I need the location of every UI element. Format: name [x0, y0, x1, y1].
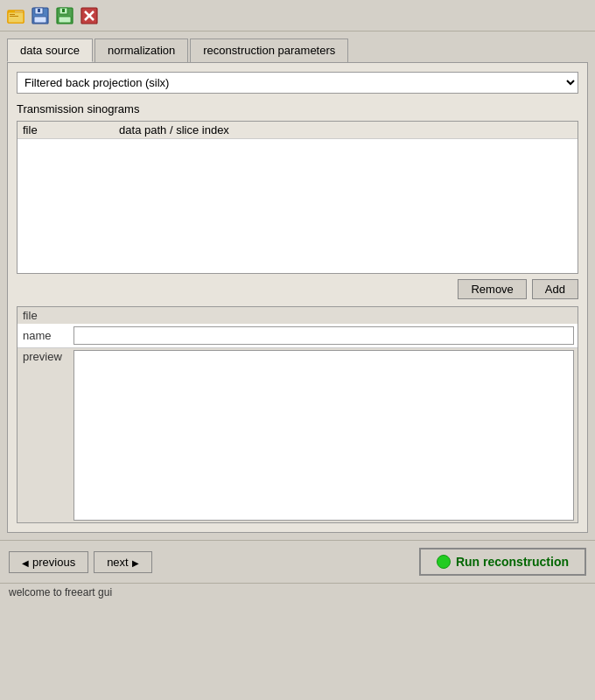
algorithm-select[interactable]: Filtered back projection (silx) SART CGL… [17, 72, 578, 94]
previous-button[interactable]: previous [9, 551, 88, 573]
panel: Filtered back projection (silx) SART CGL… [7, 62, 588, 533]
file-info-section: file name preview [17, 306, 578, 523]
svg-rect-4 [10, 16, 18, 17]
svg-rect-11 [62, 9, 65, 12]
status-bar: welcome to freeart gui [0, 583, 595, 601]
preview-row: preview [18, 348, 578, 522]
toolbar [0, 0, 595, 32]
tab-data-source[interactable]: data source [7, 38, 93, 62]
run-icon [437, 555, 451, 569]
tab-bar: data source normalization reconstruction… [7, 38, 588, 62]
run-reconstruction-button[interactable]: Run reconstruction [419, 548, 586, 576]
nav-buttons: previous next [9, 551, 152, 573]
section-label: Transmission sinograms [17, 102, 578, 116]
svg-rect-2 [8, 12, 24, 23]
add-button[interactable]: Add [532, 279, 578, 299]
name-row: name [18, 324, 578, 348]
save-icon[interactable] [30, 5, 51, 26]
remove-button[interactable]: Remove [458, 279, 526, 299]
col-data-path: data path / slice index [114, 122, 578, 139]
name-input[interactable] [74, 326, 574, 345]
preview-area [74, 350, 574, 521]
table-action-buttons: Remove Add [17, 279, 578, 299]
file-row: file [18, 307, 578, 324]
next-button[interactable]: next [94, 551, 152, 573]
svg-rect-8 [34, 17, 46, 23]
svg-rect-12 [59, 17, 71, 23]
open-icon[interactable] [5, 5, 26, 26]
tab-reconstruction-parameters[interactable]: reconstruction parameters [190, 38, 348, 62]
svg-rect-7 [38, 9, 40, 12]
name-label: name [21, 329, 74, 342]
preview-label: preview [21, 350, 74, 363]
file-table-area: file data path / slice index [17, 121, 578, 274]
main-content: data source normalization reconstruction… [0, 32, 595, 540]
status-message: welcome to freeart gui [9, 586, 112, 598]
exit-icon[interactable] [79, 5, 100, 26]
file-table: file data path / slice index [18, 122, 578, 139]
save-as-icon[interactable] [54, 5, 75, 26]
tab-normalization[interactable]: normalization [94, 38, 188, 62]
algorithm-row: Filtered back projection (silx) SART CGL… [17, 72, 578, 94]
file-label: file [21, 309, 74, 322]
bottom-bar: previous next Run reconstruction [0, 540, 595, 583]
next-arrow-icon [132, 556, 139, 569]
svg-rect-3 [10, 14, 15, 15]
previous-arrow-icon [22, 556, 29, 569]
col-file: file [18, 122, 114, 139]
